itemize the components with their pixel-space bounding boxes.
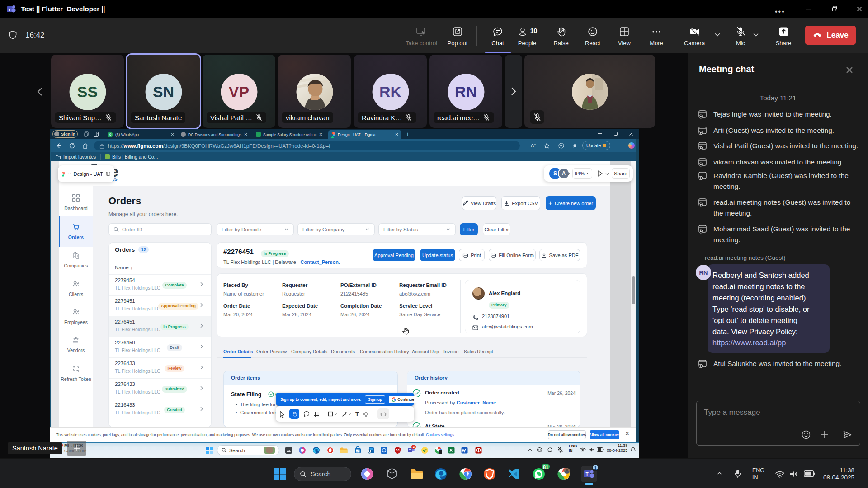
svg-text:T: T <box>9 7 11 12</box>
svg-text:T: T <box>409 449 411 452</box>
svg-text:T: T <box>585 472 588 477</box>
